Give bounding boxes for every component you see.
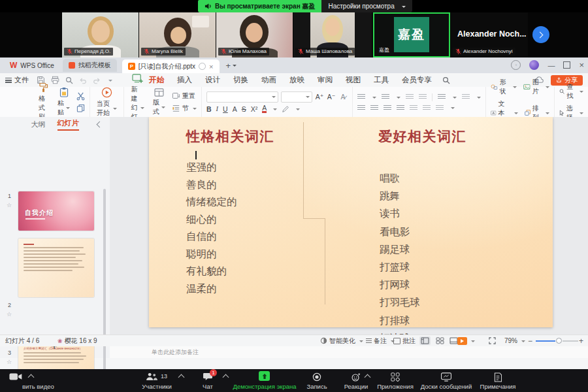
zoom-out-button[interactable]: − (528, 335, 532, 346)
cut-icon[interactable] (76, 92, 85, 101)
decrease-font-button[interactable]: A⁻ (327, 93, 336, 101)
restore-button[interactable] (563, 61, 570, 69)
clear-format-button[interactable]: A̷ (338, 93, 348, 101)
chevron-up-icon[interactable] (365, 374, 371, 381)
line-spacing-icon[interactable] (438, 94, 446, 100)
font-size-select[interactable] (281, 91, 312, 103)
tab-slides[interactable]: 幻灯片 (57, 118, 79, 131)
ribbon-tab-animation[interactable]: 动画 (255, 74, 283, 86)
print-icon[interactable] (51, 76, 59, 84)
star-icon[interactable]: ☆ (7, 311, 12, 318)
ribbon-tab-tools[interactable]: 工具 (367, 74, 395, 86)
collapse-panel-icon[interactable] (97, 122, 103, 128)
chevron-up-icon[interactable] (223, 374, 229, 381)
align-left-icon[interactable] (357, 105, 365, 111)
justify-icon[interactable] (397, 105, 404, 111)
format-painter-button[interactable]: 格式刷 (37, 82, 51, 122)
zoom-slider[interactable] (536, 335, 578, 346)
reset-button[interactable]: 重置 (172, 91, 197, 101)
participant-tile[interactable]: Maryna Bielik (139, 12, 216, 57)
star-icon[interactable]: ☆ (7, 202, 12, 208)
ribbon-tab-slideshow[interactable]: 放映 (283, 74, 311, 86)
fit-slide-button[interactable] (489, 335, 496, 346)
paste-button[interactable]: 粘贴 (56, 87, 72, 117)
ribbon-tab-home[interactable]: 开始 (142, 74, 171, 86)
increase-font-button[interactable]: A⁺ (315, 93, 324, 101)
shapes-button[interactable]: 形状 (491, 78, 517, 96)
participant-tile[interactable]: Маша Шаповалова (293, 12, 372, 57)
bold-button[interactable]: B (206, 105, 212, 113)
theme-icon[interactable]: ◦ (511, 60, 521, 70)
italic-button[interactable]: I (216, 105, 219, 112)
participant-tile-active-speaker[interactable]: 嘉盈 嘉盈 (373, 12, 450, 57)
decrease-indent-icon[interactable] (406, 94, 414, 100)
ribbon-tab-review[interactable]: 审阅 (311, 74, 339, 86)
columns-icon[interactable] (423, 105, 431, 111)
new-tab-button[interactable]: + (226, 61, 231, 71)
underline-button[interactable]: U (223, 105, 228, 113)
minimize-button[interactable]: — (547, 61, 555, 69)
ribbon-tab-insert[interactable]: 插入 (171, 74, 199, 86)
close-window-button[interactable]: × (579, 60, 584, 70)
participant-tile[interactable]: Alexander Noch... Alexander Nochovnyi (451, 12, 528, 57)
slide-heading-left[interactable]: 性格相关词汇 (186, 127, 274, 146)
smart-beautify-button[interactable]: 智能美化 (320, 335, 363, 346)
search-icon[interactable] (442, 76, 450, 84)
tab-list-chevron-icon[interactable] (233, 65, 237, 69)
copy-icon[interactable] (76, 104, 85, 112)
notes-bar[interactable]: 单击此处添加备注 (110, 346, 588, 358)
ribbon-tab-view[interactable]: 视图 (339, 74, 367, 86)
zoom-slider-knob[interactable] (556, 338, 562, 344)
ribbon-tab-design[interactable]: 设计 (199, 74, 227, 86)
shadow-button[interactable]: A (233, 105, 237, 113)
participant-tile[interactable]: Юлія Малахова (216, 12, 293, 57)
numbered-list-icon[interactable] (382, 94, 389, 100)
zoom-in-button[interactable]: + (579, 335, 583, 346)
file-menu[interactable]: 文件 (5, 75, 29, 85)
comments-button[interactable]: 批注 (393, 335, 416, 346)
layout-button[interactable]: 版式 (151, 88, 167, 116)
slide-list-left[interactable]: 坚强的善良的 情绪稳定的细心的 自信的聪明的 有礼貌的温柔的 (186, 159, 237, 297)
tab-presentation[interactable]: P [只读]自我介绍.pptx × (122, 59, 220, 73)
paragraph-more-icon[interactable] (436, 105, 444, 111)
align-right-icon[interactable] (384, 105, 391, 111)
bullet-list-icon[interactable] (357, 94, 365, 100)
text-direction-icon[interactable] (462, 94, 470, 100)
find-button[interactable]: 查找 (559, 82, 583, 101)
slide-editor[interactable]: 性格相关词汇 坚强的善良的 情绪稳定的细心的 自信的聪明的 有礼貌的温柔的 爱好… (149, 117, 553, 327)
next-participants-button[interactable] (532, 26, 549, 43)
picture-button[interactable]: 图片 (523, 78, 549, 96)
star-icon[interactable]: ☆ (7, 359, 12, 365)
slide-thumbnail-2[interactable] (18, 238, 94, 297)
close-tab-icon[interactable]: × (209, 63, 213, 71)
redo-icon[interactable] (93, 76, 101, 84)
distribute-icon[interactable] (410, 105, 417, 111)
view-options-button[interactable]: Настройки просмотра (321, 0, 412, 12)
tab-docer-templates[interactable]: 找稻壳模板 (63, 59, 117, 72)
normal-view-button[interactable] (419, 336, 431, 345)
tab-outline[interactable]: 大纲 (31, 120, 46, 129)
play-slideshow-button[interactable] (457, 335, 475, 346)
preview-icon[interactable] (65, 76, 73, 84)
slide-heading-right[interactable]: 爱好相关词汇 (378, 127, 466, 146)
chevron-up-icon[interactable] (28, 374, 35, 381)
slide-sorter-view-button[interactable] (436, 337, 444, 344)
participant-tile[interactable]: Перепадя Д.О. (62, 12, 139, 57)
superscript-button[interactable]: X² (251, 105, 258, 113)
slide-thumbnail-1[interactable]: 自我介绍 (18, 191, 94, 231)
slide-list-right[interactable]: 唱歌跳舞 读书看电影 踢足球打篮球 打网球打羽毛球 打排球打冰球 (380, 169, 420, 347)
ribbon-tab-member[interactable]: 会员专享 (395, 74, 438, 86)
theme-indicator[interactable]: ❀ 樱花 16 x 9 (57, 335, 97, 346)
tab-wps-home[interactable]: W WPS Office (4, 59, 60, 72)
undo-icon[interactable] (79, 76, 87, 84)
ribbon-tab-transitions[interactable]: 切换 (227, 74, 255, 86)
highlight-button[interactable] (282, 105, 289, 113)
increase-indent-icon[interactable] (419, 94, 427, 100)
avatar[interactable] (529, 60, 539, 70)
font-family-select[interactable] (206, 91, 278, 103)
zoom-level[interactable]: 79% (504, 335, 525, 346)
font-color-button[interactable]: A (262, 105, 267, 113)
strike-button[interactable]: S (242, 105, 246, 113)
play-from-current-button[interactable]: 当页开始 (95, 87, 119, 118)
chevron-up-icon[interactable] (178, 374, 185, 381)
